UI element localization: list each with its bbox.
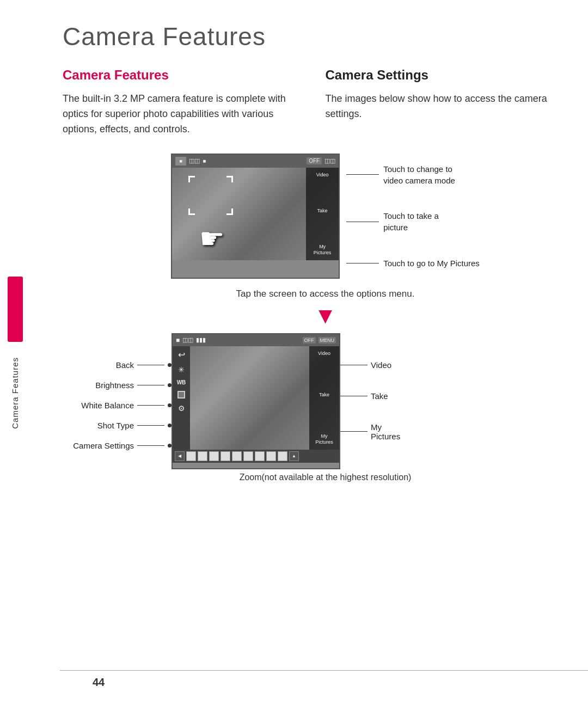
cam2-text-back: Back (116, 360, 134, 370)
cam1-label-take: Touch to take apicture (346, 210, 480, 233)
page-footer: 44 (60, 670, 588, 689)
left-column: Camera Features The built-in 3.2 MP came… (63, 68, 293, 137)
camera2-row: Back Brightness White Balance Shot Type (63, 333, 555, 469)
cam1-label-mypics: Touch to go to My Pictures (346, 258, 480, 269)
arrow-down-icon: ▼ (314, 303, 337, 329)
right-body: The images below show how to access the … (326, 91, 556, 122)
cam2-icon-cam: ■ (176, 336, 180, 344)
left-body: The built-in 3.2 MP camera feature is co… (63, 91, 293, 137)
cam2-wb-icon: WB (177, 379, 186, 385)
main-content: Camera Features Camera Features The buil… (30, 0, 588, 705)
cam2-left-icons: ■ ◫◫ ▮▮▮ (176, 336, 206, 344)
cam1-right-icons: OFF ◫◫ (307, 157, 335, 164)
page-number: 44 (93, 676, 105, 689)
tap-text: Tap the screen to access the options men… (236, 289, 415, 299)
right-column: Camera Settings The images below show ho… (326, 68, 556, 137)
cam2-dot-back (168, 363, 171, 367)
left-heading: Camera Features (63, 68, 293, 83)
sidebar-label: Camera Features (10, 357, 20, 429)
cam2-back-icon: ↩ (178, 350, 185, 360)
zoom-seg4 (220, 451, 230, 461)
camera2-left-labels: Back Brightness White Balance Shot Type (63, 333, 171, 450)
right-heading: Camera Settings (326, 68, 556, 83)
cam2-gear-icon: ⚙ (178, 404, 185, 413)
cam1-right-buttons: Video Take MyPictures (306, 168, 339, 260)
cam1-icon3: ■ (203, 158, 206, 164)
cam2-rtext-video: Video (371, 360, 391, 370)
cam1-text-mypics: Touch to go to My Pictures (383, 258, 480, 269)
sidebar-tab (8, 277, 23, 342)
cam2-sun-icon: ✳ (178, 365, 185, 374)
camera1-screen: ■ ◫◫ ■ OFF ◫◫ (171, 154, 340, 279)
zoom-seg5 (232, 451, 242, 461)
cam1-take-btn: Take (308, 208, 336, 214)
cam1-text-take: Touch to take apicture (383, 210, 439, 233)
cam2-label-back: Back (63, 360, 171, 370)
cam1-line2 (346, 222, 379, 222)
cam2-icon-off: OFF (303, 337, 316, 344)
camera1-labels: Touch to change tovideo camera mode Touc… (346, 154, 480, 279)
bracket-br (226, 209, 233, 215)
cam2-dot-shot (168, 424, 171, 427)
cam2-body: ↩ ✳ WB ⚙ Video Take MyPictures (173, 346, 339, 450)
cam2-text-settings: Camera Settings (73, 441, 134, 450)
cam1-icon2: ◫◫ (189, 157, 200, 164)
cam2-dot-brightness (168, 383, 171, 387)
cam2-rline-mypics (340, 431, 367, 432)
camera2-right-labels: Video Take MyPictures (340, 333, 449, 441)
cam2-label-brightness: Brightness (63, 381, 171, 390)
cam2-dot-wb (168, 403, 171, 407)
cam2-zoom-bar: ◀ ▲ (173, 450, 339, 463)
cam1-line3 (346, 263, 379, 263)
zoom-seg1 (186, 451, 196, 461)
cam2-rect-icon (177, 391, 185, 399)
zoom-end-icon: ▲ (289, 451, 299, 461)
cam2-line-shot (137, 425, 164, 426)
cam2-text-shot: Shot Type (97, 421, 134, 430)
cam1-icon4: OFF (307, 157, 322, 164)
cam2-line-wb (137, 405, 164, 406)
cam1-body: ☛ Video Take MyPictures (172, 168, 339, 260)
zoom-seg7 (255, 451, 265, 461)
zoom-seg8 (266, 451, 276, 461)
cam1-text-video: Touch to change tovideo camera mode (383, 163, 455, 186)
cam2-rlabel-video: Video (340, 360, 449, 370)
cam2-rlabel-mypics: MyPictures (340, 422, 449, 441)
cam2-label-shot: Shot Type (63, 421, 171, 430)
camera1-row: ■ ◫◫ ■ OFF ◫◫ (171, 154, 480, 279)
cam2-line-back (137, 365, 164, 365)
cam1-icon5: ◫◫ (324, 157, 335, 164)
cam1-top-bar: ■ ◫◫ ■ OFF ◫◫ (172, 155, 339, 168)
cam2-right-buttons: Video Take MyPictures (309, 346, 339, 450)
cam2-rline-video (340, 365, 367, 365)
cam2-take-btn: Take (311, 392, 337, 398)
camera-section: ■ ◫◫ ■ OFF ◫◫ (63, 154, 555, 482)
cam1-line1 (346, 174, 379, 175)
bracket-tr (226, 176, 233, 182)
cam2-icon-grid: ◫◫ (182, 336, 193, 344)
cam2-left-strip: ↩ ✳ WB ⚙ (173, 346, 190, 450)
zoom-seg6 (243, 451, 253, 461)
zoom-text: Zoom(not available at the highest resolu… (240, 473, 412, 482)
cam2-label-wb: White Balance (63, 401, 171, 410)
cam2-mypictures-btn: MyPictures (311, 433, 337, 445)
cam2-dot-settings (168, 444, 171, 447)
zoom-start-icon: ◀ (175, 451, 185, 461)
cam2-video-btn: Video (311, 351, 337, 357)
cam2-text-brightness: Brightness (95, 381, 134, 390)
header-columns: Camera Features The built-in 3.2 MP came… (63, 68, 555, 137)
cam1-icon1: ■ (175, 157, 186, 165)
page-title: Camera Features (63, 22, 555, 51)
cam2-text-wb: White Balance (81, 401, 134, 410)
cam1-video-btn: Video (308, 172, 336, 178)
hand-cursor-icon: ☛ (199, 222, 225, 255)
cam2-rline-take (340, 396, 367, 396)
cam2-rtext-take: Take (371, 391, 388, 401)
cam2-line-settings (137, 445, 164, 446)
bracket-bl (188, 209, 195, 215)
tap-section: Tap the screen to access the options men… (236, 289, 415, 329)
cam1-mypictures-btn: MyPictures (308, 244, 336, 256)
zoom-seg2 (198, 451, 207, 461)
sidebar: Camera Features (0, 0, 30, 705)
cam2-rlabel-take: Take (340, 391, 449, 401)
